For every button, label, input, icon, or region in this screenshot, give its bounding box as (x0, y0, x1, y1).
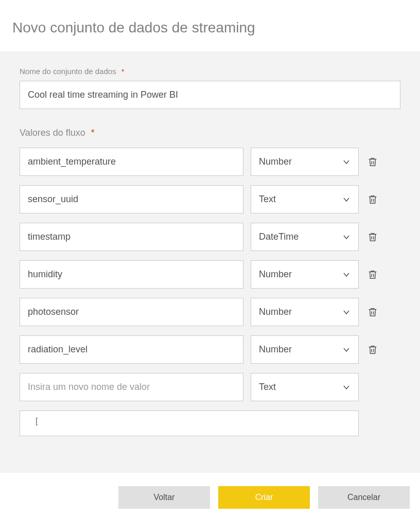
json-preview: [ (20, 410, 359, 436)
dialog-title: Novo conjunto de dados de streaming (12, 20, 408, 36)
trash-icon[interactable] (366, 155, 379, 169)
value-type-select[interactable]: DateTime (251, 223, 359, 251)
value-row: Number (20, 148, 400, 176)
trash-icon[interactable] (366, 343, 379, 356)
chevron-down-icon (342, 233, 351, 241)
cancel-button[interactable]: Cancelar (318, 486, 410, 509)
value-type-select[interactable]: Number (251, 335, 359, 364)
dialog-header: Novo conjunto de dados de streaming (0, 0, 420, 51)
value-type-select[interactable]: Number (251, 148, 359, 176)
value-type-select[interactable]: Number (251, 260, 359, 289)
value-row: Number (20, 298, 400, 326)
back-button[interactable]: Voltar (118, 486, 210, 509)
chevron-down-icon (342, 271, 351, 279)
stream-values-label: Valores do fluxo * (20, 128, 400, 138)
dataset-name-input[interactable] (20, 81, 400, 109)
value-name-input[interactable] (20, 185, 243, 213)
value-name-input[interactable] (20, 335, 243, 364)
value-type-select[interactable]: Number (251, 298, 359, 326)
create-button[interactable]: Criar (218, 486, 310, 509)
value-name-input[interactable] (20, 260, 243, 289)
dialog-footer: Voltar Criar Cancelar (0, 477, 420, 518)
chevron-down-icon (342, 346, 351, 354)
value-name-input[interactable] (20, 298, 243, 326)
trash-icon[interactable] (366, 306, 379, 319)
chevron-down-icon (342, 383, 351, 391)
form-area: Nome do conjunto de dados * Valores do f… (0, 51, 420, 473)
value-name-input[interactable] (20, 148, 243, 176)
new-value-row: Text (20, 373, 400, 401)
trash-icon[interactable] (366, 268, 379, 281)
new-value-type-select[interactable]: Text (251, 373, 359, 401)
value-row: Number (20, 335, 400, 364)
value-row: Text (20, 185, 400, 213)
new-value-name-input[interactable] (20, 373, 243, 401)
dataset-name-label: Nome do conjunto de dados * (20, 67, 400, 76)
chevron-down-icon (342, 158, 351, 166)
required-marker: * (121, 67, 125, 76)
chevron-down-icon (342, 308, 351, 316)
trash-icon[interactable] (366, 193, 379, 206)
chevron-down-icon (342, 195, 351, 204)
trash-icon[interactable] (366, 230, 379, 244)
value-name-input[interactable] (20, 223, 243, 251)
value-type-select[interactable]: Text (251, 185, 359, 213)
required-marker: * (91, 128, 95, 138)
value-row: Number (20, 260, 400, 289)
value-row: DateTime (20, 223, 400, 251)
